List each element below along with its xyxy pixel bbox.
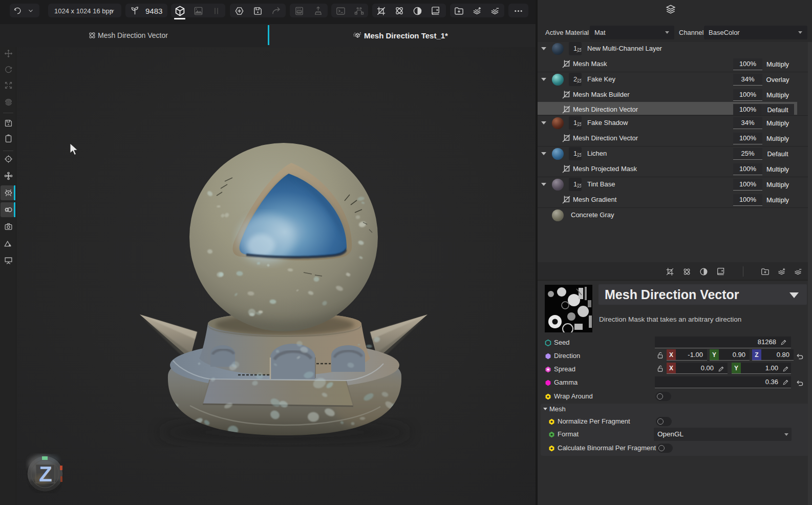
- svg-text:Z: Z: [39, 462, 52, 486]
